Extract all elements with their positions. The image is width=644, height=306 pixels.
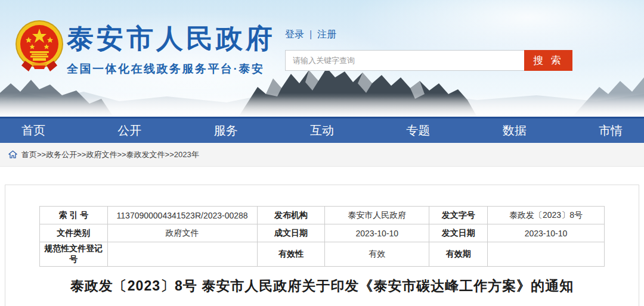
breadcrumb-item-year-2023[interactable]: 2023年 xyxy=(174,149,199,160)
nav-item-services[interactable]: 服务 xyxy=(214,123,238,139)
national-emblem-logo xyxy=(14,19,64,74)
site-header: 泰安市人民政府 全国一体化在线政务服务平台·泰安 登录|注册 搜 索 xyxy=(0,0,644,117)
breadcrumb-item-home[interactable]: 首页 xyxy=(21,149,37,160)
table-row: 文件类别 政府文件 成文日期 2023-10-10 发文日期 2023-10-1… xyxy=(40,224,605,242)
search-bar: 搜 索 xyxy=(285,50,572,71)
breadcrumb-item-disclosure[interactable]: 政务公开 xyxy=(46,149,77,160)
login-link[interactable]: 登录 xyxy=(285,29,304,39)
field-value-validity: 有效 xyxy=(325,242,429,267)
fog-overlay xyxy=(0,96,644,117)
breadcrumb-separator: >> xyxy=(117,150,126,159)
field-value-issuing-agency: 泰安市人民政府 xyxy=(325,207,429,224)
nav-item-city-info[interactable]: 市情 xyxy=(599,123,623,139)
field-label-issuing-agency: 发布机构 xyxy=(257,207,325,224)
field-label-index-number: 索 引 号 xyxy=(40,207,108,224)
search-button[interactable]: 搜 索 xyxy=(524,50,572,71)
header-right-block: 登录|注册 搜 索 xyxy=(285,29,572,71)
main-nav: 首页 公开 服务 互动 专题 数据 市情 xyxy=(0,117,644,143)
document-info-table: 索 引 号 11370900004341523R/2023-00288 发布机构… xyxy=(39,206,605,267)
nav-item-disclosure[interactable]: 公开 xyxy=(117,123,141,139)
field-value-date-written: 2023-10-10 xyxy=(325,224,429,242)
home-icon xyxy=(8,150,17,159)
table-row: 规范性文件登记号 有效性 有效 有效期 xyxy=(40,242,605,267)
field-label-validity-period: 有效期 xyxy=(429,242,488,267)
nav-item-data[interactable]: 数据 xyxy=(503,123,527,139)
breadcrumb-separator: >> xyxy=(37,150,46,159)
document-card: 索 引 号 11370900004341523R/2023-00288 发布机构… xyxy=(5,185,639,306)
field-label-document-category: 文件类别 xyxy=(40,224,108,242)
field-value-document-category: 政府文件 xyxy=(107,224,257,242)
search-input[interactable] xyxy=(285,50,524,71)
field-value-validity-period xyxy=(487,242,604,267)
site-title: 泰安市人民政府 xyxy=(67,24,275,54)
site-subtitle: 全国一体化在线政务服务平台·泰安 xyxy=(67,61,275,77)
field-value-date-issued: 2023-10-10 xyxy=(487,224,604,242)
table-row: 索 引 号 11370900004341523R/2023-00288 发布机构… xyxy=(40,207,605,224)
auth-links: 登录|注册 xyxy=(285,29,572,41)
nav-item-topics[interactable]: 专题 xyxy=(406,123,430,139)
breadcrumb-separator: >> xyxy=(77,150,86,159)
content-area: 索 引 号 11370900004341523R/2023-00288 发布机构… xyxy=(0,167,644,306)
field-value-registration-number xyxy=(107,242,257,267)
field-value-index-number: 11370900004341523R/2023-00288 xyxy=(107,207,257,224)
breadcrumb-separator: >> xyxy=(165,150,174,159)
field-label-document-number: 发文字号 xyxy=(429,207,488,224)
breadcrumb-item-taizhengfa-files[interactable]: 泰政发文件 xyxy=(126,149,165,160)
field-label-date-issued: 发文日期 xyxy=(429,224,488,242)
brand-text-block: 泰安市人民政府 全国一体化在线政务服务平台·泰安 xyxy=(67,24,275,77)
breadcrumb: 首页>>政务公开>>政府文件>>泰政发文件>>2023年 xyxy=(0,143,644,167)
field-label-validity: 有效性 xyxy=(257,242,325,267)
field-label-date-written: 成文日期 xyxy=(257,224,325,242)
breadcrumb-item-gov-documents[interactable]: 政府文件 xyxy=(86,149,117,160)
field-value-document-number: 泰政发〔2023〕8号 xyxy=(487,207,604,224)
field-label-registration-number: 规范性文件登记号 xyxy=(40,242,108,267)
document-title: 泰政发〔2023〕8号 泰安市人民政府关于印发《泰安市碳达峰工作方案》的通知 xyxy=(39,277,605,295)
nav-item-home[interactable]: 首页 xyxy=(21,123,45,139)
register-link[interactable]: 注册 xyxy=(317,29,336,39)
auth-separator: | xyxy=(309,29,312,39)
nav-item-interaction[interactable]: 互动 xyxy=(310,123,334,139)
